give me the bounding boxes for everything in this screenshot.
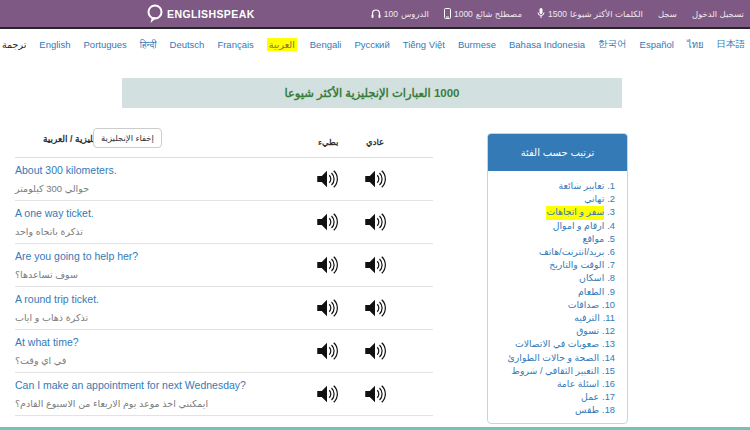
lang-arabic-active[interactable]: العربية (267, 38, 297, 51)
phrase-link[interactable]: A one way ticket. (15, 207, 94, 219)
category-item: 4.ارقام و اموال (492, 220, 615, 233)
category-link[interactable]: تعابير شائعة (559, 180, 605, 193)
category-number: 1. (607, 180, 615, 193)
login-link[interactable]: تسجيل الدخول (692, 9, 744, 19)
category-item: 10.صداقات (492, 299, 615, 312)
category-link[interactable]: الترفيه (574, 312, 600, 325)
category-item: 18.طقس (492, 404, 615, 417)
category-item: 2.تهاني (492, 193, 615, 206)
speaker-icon (315, 296, 339, 320)
category-item: 17.عمل (492, 391, 615, 404)
category-link[interactable]: تسوق (576, 325, 599, 338)
phrase-link[interactable]: Can I make an appointment for next Wedne… (15, 379, 246, 391)
category-link[interactable]: الوقت والتاريخ (549, 259, 604, 272)
lang-bengali[interactable]: Bengali (310, 39, 342, 50)
lang-espanol[interactable]: Español (640, 39, 674, 50)
lang-thai[interactable]: ไทย (687, 37, 704, 52)
language-bar: ترجمة English Portugues हिन्दी Deutsch F… (0, 27, 750, 60)
common-phrases-label: مصطلح شائع (476, 9, 522, 19)
speaker-icon (363, 382, 387, 406)
category-link[interactable]: ارقام و اموال (553, 220, 604, 233)
category-item: 14.الصحة و حالات الطوارئ (492, 352, 615, 365)
speaker-icon (363, 296, 387, 320)
category-number: 17. (602, 391, 615, 404)
page-title: 1000 العبارات الإنجليزية الأكثر شيوعا (122, 78, 622, 108)
speaker-icon (315, 167, 339, 191)
category-number: 9. (607, 286, 615, 299)
common-words-count: 1500 (548, 9, 567, 19)
category-number: 18. (602, 404, 615, 417)
category-number: 13. (602, 338, 615, 351)
category-number: 2. (607, 193, 615, 206)
lang-deutsch[interactable]: Deutsch (170, 39, 205, 50)
category-link[interactable]: طقس (575, 404, 599, 417)
category-link[interactable]: صعوبات في الاتصالات (515, 338, 599, 351)
category-link[interactable]: الصحة و حالات الطوارئ (508, 352, 600, 365)
phrase-table: الإنجليزية / العربية إخفاء الإنجليزية بط… (15, 126, 433, 416)
speech-bubble-icon (145, 3, 165, 25)
lang-russian[interactable]: Русский (354, 39, 389, 50)
header-nav: تسجيل الدخول سجل الكلمات الأكثر شيوعا 15… (371, 0, 744, 27)
category-item: 5.مواقع (492, 233, 615, 246)
lang-japanese[interactable]: 日本語 (717, 38, 746, 51)
category-link[interactable]: عمل (581, 391, 599, 404)
lang-hindi[interactable]: हिन्दी (140, 39, 157, 51)
play-normal-button[interactable] (362, 382, 388, 408)
category-link[interactable]: بريد/انترنت/هاتف (539, 246, 604, 259)
category-link[interactable]: تهاني (584, 193, 604, 206)
category-list: 1.تعابير شائعة 2.تهاني 3.سفر و اتجاهات 4… (488, 171, 627, 418)
play-normal-button[interactable] (362, 167, 388, 193)
play-slow-button[interactable] (314, 210, 340, 236)
lang-francais[interactable]: Français (217, 39, 253, 50)
play-normal-button[interactable] (362, 210, 388, 236)
site-logo[interactable]: ENGLISHSPEAK (145, 3, 255, 25)
register-link[interactable]: سجل (658, 9, 677, 19)
play-slow-button[interactable] (314, 339, 340, 365)
category-link[interactable]: التعبير الثقافي / شروط (511, 365, 599, 378)
mic-icon (537, 8, 545, 19)
logo-text: ENGLISHSPEAK (167, 8, 255, 20)
common-words-link[interactable]: الكلمات الأكثر شيوعا 1500 (537, 8, 643, 19)
play-normal-button[interactable] (362, 296, 388, 322)
lang-english[interactable]: English (39, 39, 70, 50)
speaker-icon (315, 339, 339, 363)
speaker-icon (363, 210, 387, 234)
phrase-link[interactable]: About 300 kilometers. (15, 164, 117, 176)
hide-english-button[interactable]: إخفاء الإنجليزية (93, 128, 162, 148)
common-phrases-link[interactable]: مصطلح شائع 1000 (444, 8, 522, 19)
phrase-row: A one way ticket. تذكرة باتجاه واحد (15, 201, 433, 244)
category-link[interactable]: اسكان (579, 272, 604, 285)
category-link[interactable]: اسئلة عامة (557, 378, 599, 391)
category-number: 15. (602, 365, 615, 378)
phrase-link[interactable]: Are you going to help her? (15, 250, 138, 262)
category-link[interactable]: صداقات (568, 299, 599, 312)
play-normal-button[interactable] (362, 253, 388, 279)
category-link-active[interactable]: سفر و اتجاهات (546, 206, 604, 219)
category-number: 3. (607, 206, 615, 219)
lessons-link[interactable]: الدروس 100 (371, 8, 429, 19)
phrasebook-icon (444, 8, 451, 19)
play-slow-button[interactable] (314, 382, 340, 408)
speaker-icon (363, 253, 387, 277)
phrase-link[interactable]: At what time? (15, 336, 79, 348)
phrase-table-header: الإنجليزية / العربية إخفاء الإنجليزية بط… (15, 126, 433, 158)
lang-korean[interactable]: 한국어 (598, 38, 627, 51)
category-link[interactable]: الطعام (578, 286, 604, 299)
lang-indonesian[interactable]: Bahasa Indonesia (509, 39, 585, 50)
phrase-link[interactable]: A round trip ticket. (15, 293, 99, 305)
speaker-icon (315, 382, 339, 406)
category-item: 1.تعابير شائعة (492, 180, 615, 193)
play-slow-button[interactable] (314, 296, 340, 322)
category-number: 12. (602, 325, 615, 338)
lang-portugues[interactable]: Portugues (84, 39, 127, 50)
play-normal-button[interactable] (362, 339, 388, 365)
category-panel: ترتيب حسب الفئة 1.تعابير شائعة 2.تهاني 3… (487, 133, 628, 424)
phrase-row: At what time? في اي وقت؟ (15, 330, 433, 373)
play-slow-button[interactable] (314, 167, 340, 193)
category-number: 10. (602, 299, 615, 312)
login-label: تسجيل الدخول (692, 9, 744, 19)
lang-burmese[interactable]: Burmese (458, 39, 496, 50)
play-slow-button[interactable] (314, 253, 340, 279)
category-link[interactable]: مواقع (582, 233, 604, 246)
lang-vietnamese[interactable]: Tiếng Việt (403, 39, 445, 50)
